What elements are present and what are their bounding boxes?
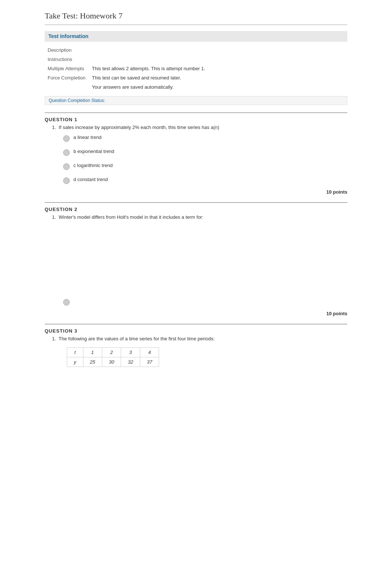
- q1-divider: [45, 112, 347, 113]
- q1-radio-c[interactable]: [63, 163, 70, 170]
- test-info-header: Test Information: [45, 31, 347, 42]
- q1-radio-a[interactable]: [63, 135, 70, 142]
- q3-t-label: t: [67, 348, 83, 357]
- q3-y3: 32: [121, 357, 140, 367]
- q1-radio-b[interactable]: [63, 149, 70, 156]
- q1-option-b-text: b exponential trend: [73, 149, 114, 154]
- instructions-label: Instructions: [45, 55, 89, 64]
- q3-t4: 4: [140, 348, 159, 357]
- q1-answer-options: a linear trend . b exponential trend . c…: [63, 135, 347, 184]
- q1-option-a: a linear trend .: [63, 135, 347, 143]
- q3-text: 1. The following are the values of a tim…: [52, 336, 347, 341]
- q3-y1: 25: [83, 357, 102, 367]
- auto-save-note: Your answers are saved automatically.: [89, 82, 347, 92]
- force-completion-label: Force Completion: [45, 73, 89, 82]
- q2-points: 10 points: [45, 311, 347, 316]
- question-1-block: QUESTION 1 1. If sales increase by appro…: [45, 112, 347, 195]
- q3-table-wrapper: t 1 2 3 4 y 25 30 32 37: [67, 347, 347, 367]
- q3-t2: 2: [102, 348, 121, 357]
- instructions-value: [89, 55, 347, 64]
- q3-t1: 1: [83, 348, 102, 357]
- question-completion-bar: Question Completion Status:: [45, 96, 347, 105]
- question-2-block: QUESTION 2 1. Winter's model differs fro…: [45, 202, 347, 316]
- q3-y-label: y: [67, 357, 83, 367]
- q1-option-a-text: a linear trend: [73, 135, 102, 140]
- info-table: Description Instructions Multiple Attemp…: [45, 45, 347, 92]
- q3-divider: [45, 324, 347, 324]
- q1-option-c: c logarithmic trend .: [63, 163, 347, 171]
- q1-points: 10 points: [45, 189, 347, 195]
- q3-label: QUESTION 3: [45, 328, 347, 334]
- multiple-attempts-value: This test allows 2 attempts. This is att…: [89, 64, 347, 73]
- page-container: Take Test: Homework 7 Test Information D…: [30, 0, 362, 465]
- multiple-attempts-label: Multiple Attempts: [45, 64, 89, 73]
- q1-option-b: b exponential trend .: [63, 149, 347, 157]
- q1-option-d: d constant trend: [63, 177, 347, 184]
- q1-option-c-text: c logarithmic trend: [73, 163, 113, 168]
- q2-divider: [45, 202, 347, 203]
- q2-label: QUESTION 2: [45, 207, 347, 212]
- q3-empty-area: [45, 373, 347, 447]
- q2-text: 1. Winter's model differs from Holt's mo…: [52, 214, 347, 220]
- page-title: Take Test: Homework 7: [45, 11, 347, 25]
- q1-text: 1. If sales increase by approximately 2%…: [52, 125, 347, 130]
- description-value: [89, 45, 347, 55]
- q1-radio-d[interactable]: [63, 177, 70, 184]
- force-completion-value: This test can be saved and resumed later…: [89, 73, 347, 82]
- completion-status-label: Question Completion Status:: [49, 98, 105, 103]
- q3-data-table: t 1 2 3 4 y 25 30 32 37: [67, 347, 159, 367]
- question-3-block: QUESTION 3 1. The following are the valu…: [45, 324, 347, 447]
- test-info-section: Test Information Description Instruction…: [45, 31, 347, 105]
- q1-option-d-text: d constant trend: [73, 177, 108, 182]
- q3-t3: 3: [121, 348, 140, 357]
- q3-y2: 30: [102, 357, 121, 367]
- test-info-title: Test Information: [48, 33, 89, 39]
- q2-radio-placeholder[interactable]: [63, 299, 70, 306]
- q3-y4: 37: [140, 357, 159, 367]
- description-label: Description: [45, 45, 89, 55]
- q1-label: QUESTION 1: [45, 117, 347, 122]
- q2-empty-area: [45, 224, 347, 298]
